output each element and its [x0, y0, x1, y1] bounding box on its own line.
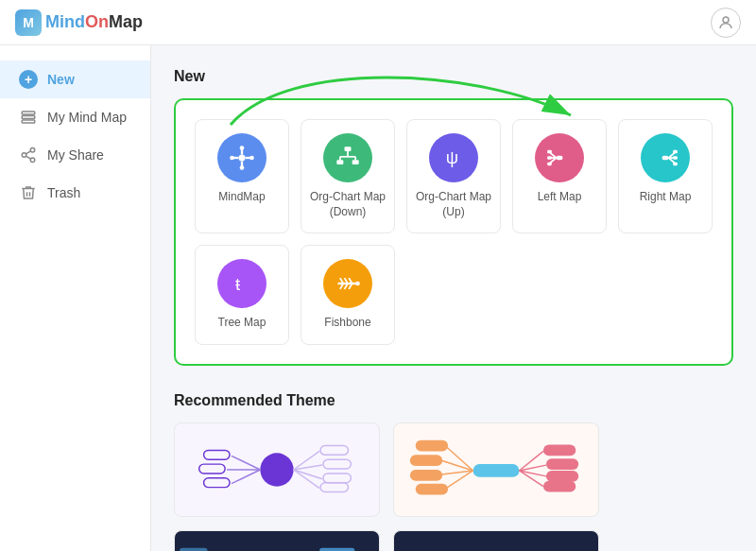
svg-line-59 [294, 470, 322, 479]
mindmap-icon [217, 133, 266, 182]
fishbone-icon [323, 259, 372, 308]
tree-map-label: Tree Map [218, 316, 266, 331]
svg-line-66 [446, 446, 472, 470]
svg-rect-61 [320, 445, 348, 455]
svg-rect-34 [662, 156, 669, 161]
svg-rect-54 [204, 450, 230, 459]
logo: M MindOnMap [15, 9, 143, 36]
app-body: + New My Mind Map [0, 45, 756, 551]
svg-text:ŧ: ŧ [235, 274, 241, 294]
svg-point-17 [230, 156, 234, 161]
svg-rect-33 [547, 163, 552, 166]
theme-card-4[interactable] [393, 530, 599, 551]
sidebar-item-my-share[interactable]: My Share [0, 136, 150, 174]
svg-point-6 [30, 158, 35, 163]
map-item-org-down[interactable]: Org-Chart Map (Down) [301, 119, 395, 233]
tree-icon: ŧ [217, 259, 266, 308]
map-item-mindmap[interactable]: MindMap [195, 119, 289, 233]
svg-line-60 [294, 470, 319, 489]
map-item-org-up[interactable]: ψ Org-Chart Map (Up) [406, 119, 501, 233]
svg-point-49 [355, 282, 360, 286]
svg-point-15 [240, 146, 245, 150]
sidebar-item-my-mind-map[interactable]: My Mind Map [0, 98, 150, 136]
svg-rect-80 [546, 471, 578, 482]
svg-rect-1 [22, 112, 35, 114]
svg-line-53 [232, 470, 260, 484]
svg-rect-64 [320, 483, 348, 492]
sidebar-item-new[interactable]: + New [0, 60, 150, 98]
svg-rect-71 [410, 455, 442, 466]
sidebar-item-my-mind-map-label: My Mind Map [47, 110, 127, 125]
svg-point-18 [249, 156, 254, 161]
svg-point-50 [260, 453, 293, 486]
theme-card-3[interactable] [174, 530, 380, 551]
svg-rect-73 [416, 483, 448, 494]
svg-point-0 [723, 17, 729, 23]
svg-rect-87 [180, 547, 207, 551]
svg-rect-62 [323, 459, 351, 469]
new-icon: + [19, 70, 38, 89]
sidebar-item-trash-label: Trash [47, 185, 80, 200]
svg-rect-70 [416, 439, 448, 451]
svg-text:ψ: ψ [446, 147, 458, 167]
svg-rect-20 [336, 160, 343, 164]
svg-rect-3 [22, 120, 35, 123]
org-up-icon: ψ [429, 133, 478, 182]
logo-icon: M [15, 9, 42, 36]
theme-preview-4 [394, 531, 598, 551]
trash-icon [19, 183, 38, 202]
map-item-fishbone[interactable]: Fishbone [301, 245, 395, 345]
svg-point-16 [240, 165, 245, 170]
svg-rect-27 [557, 156, 563, 161]
svg-rect-79 [546, 458, 578, 470]
org-down-label: Org-Chart Map (Down) [309, 190, 387, 219]
svg-rect-31 [547, 150, 552, 154]
fishbone-label: Fishbone [324, 316, 370, 331]
svg-rect-19 [345, 146, 352, 151]
right-map-label: Right Map [640, 190, 692, 205]
svg-rect-72 [410, 470, 442, 481]
map-item-tree[interactable]: ŧ Tree Map [195, 245, 289, 345]
new-panel: MindMap O [174, 98, 733, 366]
svg-rect-40 [673, 163, 678, 166]
svg-rect-21 [352, 160, 359, 164]
logo-text: MindOnMap [45, 12, 143, 32]
user-avatar[interactable] [711, 8, 741, 38]
org-up-label: Org-Chart Map (Up) [415, 190, 492, 219]
sidebar-item-my-share-label: My Share [47, 147, 104, 163]
svg-rect-2 [22, 116, 35, 119]
new-section-title: New [174, 68, 733, 85]
app-header: M MindOnMap [0, 0, 756, 45]
theme-grid [174, 422, 733, 551]
theme-preview-1 [175, 423, 379, 516]
share-icon [19, 146, 38, 164]
svg-rect-96 [319, 547, 354, 551]
svg-rect-65 [473, 464, 520, 477]
svg-point-10 [239, 155, 246, 162]
svg-line-7 [26, 156, 30, 159]
svg-rect-55 [199, 464, 225, 474]
theme-card-1[interactable] [174, 422, 380, 517]
svg-rect-32 [547, 156, 552, 160]
map-item-right[interactable]: Right Map [618, 119, 713, 233]
recommended-section: Recommended Theme [174, 392, 733, 551]
org-down-icon [323, 133, 372, 182]
map-item-left[interactable]: Left Map [512, 119, 607, 233]
left-map-label: Left Map [538, 190, 582, 205]
logo-map: Map [109, 12, 143, 31]
theme-preview-3 [175, 531, 379, 551]
logo-mind: Mind [45, 12, 85, 31]
sidebar-item-new-label: New [47, 72, 75, 87]
right-icon [641, 133, 690, 182]
svg-rect-81 [543, 481, 576, 492]
svg-line-8 [26, 151, 30, 154]
main-content: New [151, 45, 756, 551]
mindmap-label: MindMap [218, 190, 265, 205]
svg-rect-63 [323, 474, 351, 483]
left-icon [535, 133, 584, 182]
svg-point-5 [22, 153, 26, 158]
theme-card-2[interactable] [393, 422, 599, 517]
svg-rect-38 [673, 150, 678, 154]
svg-point-4 [30, 148, 35, 153]
sidebar-item-trash[interactable]: Trash [0, 174, 150, 212]
